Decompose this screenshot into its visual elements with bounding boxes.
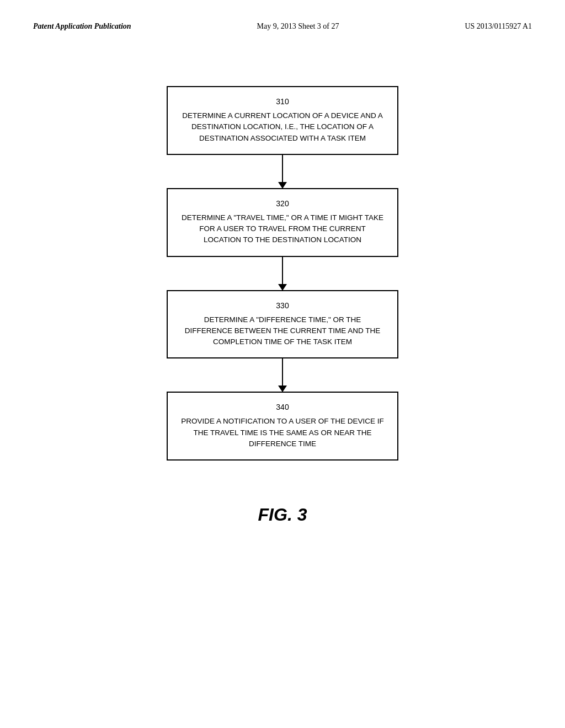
box-310-number: 310 <box>181 97 384 106</box>
flowchart-box-320: 320 DETERMINE A "TRAVEL TIME," OR A TIME… <box>167 188 398 257</box>
flowchart-box-330: 330 DETERMINE A "DIFFERENCE TIME," OR TH… <box>167 290 398 359</box>
page-header: Patent Application Publication May 9, 20… <box>0 0 565 42</box>
box-320-number: 320 <box>181 199 384 208</box>
flowchart-box-340: 340 PROVIDE A NOTIFICATION TO A USER OF … <box>167 392 398 461</box>
box-340-text: PROVIDE A NOTIFICATION TO A USER OF THE … <box>181 416 384 449</box>
box-340-number: 340 <box>181 403 384 411</box>
box-310-text: DETERMINE A CURRENT LOCATION OF A DEVICE… <box>181 110 384 144</box>
figure-label: FIG. 3 <box>258 505 307 525</box>
sheet-info: May 9, 2013 Sheet 3 of 27 <box>257 22 339 31</box>
publication-label: Patent Application Publication <box>33 22 131 31</box>
flowchart-box-310: 310 DETERMINE A CURRENT LOCATION OF A DE… <box>167 86 398 155</box>
box-330-text: DETERMINE A "DIFFERENCE TIME," OR THE DI… <box>181 314 384 348</box>
patent-number: US 2013/0115927 A1 <box>465 22 532 31</box>
box-330-number: 330 <box>181 301 384 310</box>
box-320-text: DETERMINE A "TRAVEL TIME," OR A TIME IT … <box>181 212 384 246</box>
arrow-310-to-320 <box>282 155 283 188</box>
flowchart-diagram: 310 DETERMINE A CURRENT LOCATION OF A DE… <box>0 42 565 525</box>
arrow-320-to-330 <box>282 257 283 290</box>
arrow-330-to-340 <box>282 358 283 392</box>
